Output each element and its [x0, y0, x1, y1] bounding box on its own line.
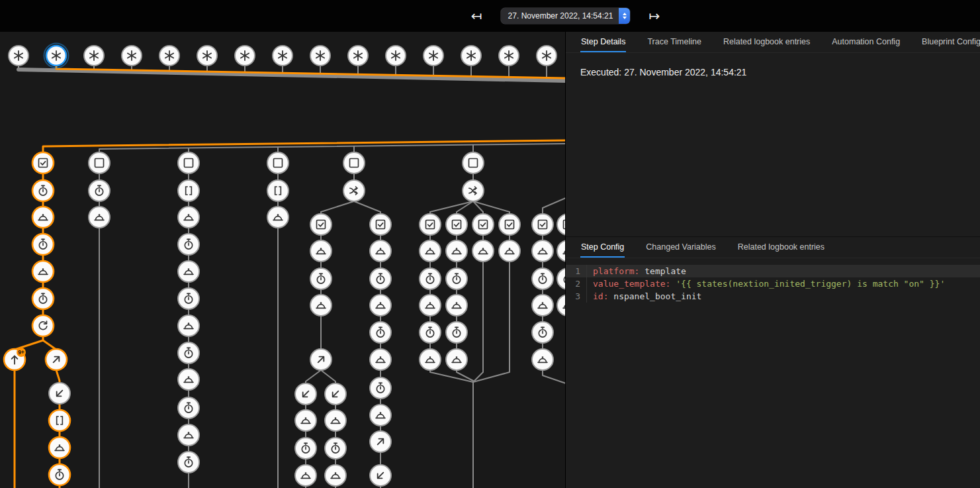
trace-node-arrow-bottom-left[interactable]: [295, 383, 316, 405]
trace-node-timer[interactable]: [370, 377, 391, 399]
trace-node-service[interactable]: [178, 424, 199, 446]
trace-node-timer[interactable]: [532, 322, 553, 343]
trace-node-timer[interactable]: [310, 268, 332, 289]
code-line-3[interactable]: 3id: nspanel_boot_init: [566, 290, 980, 303]
tab-related-logbook-entries[interactable]: Related logbook entries: [737, 237, 825, 258]
next-run-button[interactable]: ↦: [646, 8, 662, 24]
trace-node-service[interactable]: [370, 349, 391, 370]
trace-node-timer[interactable]: [32, 234, 54, 255]
trace-node-service[interactable]: [472, 240, 494, 262]
trace-node-timer[interactable]: [325, 438, 346, 459]
trace-node-asterisk[interactable]: [9, 46, 28, 66]
trace-node-asterisk[interactable]: [235, 46, 255, 66]
trace-node-asterisk[interactable]: [159, 46, 179, 66]
trace-node-timer[interactable]: [532, 268, 553, 289]
trace-node-service[interactable]: [446, 295, 467, 316]
trace-node-brackets[interactable]: [49, 410, 70, 431]
code-line-1[interactable]: 1platform: template: [566, 265, 980, 277]
trace-node-service[interactable]: [532, 295, 553, 316]
trace-node-timer[interactable]: [89, 180, 110, 201]
trace-node-refresh[interactable]: [32, 315, 54, 336]
tab-step-config[interactable]: Step Config: [580, 237, 625, 258]
trace-node-service[interactable]: [420, 349, 441, 370]
trace-node-asterisk[interactable]: [122, 46, 142, 66]
trace-node-asterisk[interactable]: [386, 46, 406, 66]
previous-run-button[interactable]: ↤: [468, 8, 485, 24]
trace-node-service[interactable]: [370, 405, 391, 426]
trace-node-service[interactable]: [370, 240, 391, 262]
tab-step-details[interactable]: Step Details: [580, 32, 626, 52]
trace-node-checkbox-marked[interactable]: [472, 214, 494, 235]
trace-node-asterisk[interactable]: [537, 46, 557, 66]
trace-node-timer[interactable]: [49, 464, 70, 485]
trace-node-asterisk[interactable]: [461, 46, 481, 66]
trace-node-service[interactable]: [178, 207, 199, 228]
trace-node-service[interactable]: [178, 261, 199, 282]
trace-node-service[interactable]: [446, 240, 467, 262]
trace-node-arrow-top-right[interactable]: [310, 349, 332, 370]
tab-trace-timeline[interactable]: Trace Timeline: [646, 32, 702, 52]
trace-node-asterisk[interactable]: [423, 46, 443, 66]
trace-node-service[interactable]: [370, 295, 391, 316]
trace-node-service[interactable]: [295, 465, 316, 486]
trace-node-checkbox-marked[interactable]: [370, 214, 391, 235]
trace-node-service[interactable]: [32, 207, 54, 228]
trace-node-service[interactable]: [178, 315, 199, 336]
trace-node-service[interactable]: [325, 410, 346, 431]
trace-node-asterisk[interactable]: [273, 46, 292, 66]
trace-node-service[interactable]: [310, 240, 332, 262]
trace-node-asterisk[interactable]: [84, 46, 104, 66]
tab-related-logbook-entries[interactable]: Related logbook entries: [723, 32, 811, 52]
trace-node-checkbox-marked[interactable]: [32, 152, 54, 173]
trace-node-asterisk[interactable]: [348, 46, 368, 66]
trace-node-checkbox-blank[interactable]: [343, 152, 365, 173]
tab-changed-variables[interactable]: Changed Variables: [645, 237, 716, 258]
trace-node-service[interactable]: [446, 349, 467, 370]
trace-node-timer[interactable]: [557, 268, 566, 289]
trace-node-service[interactable]: [49, 437, 70, 458]
trace-node-checkbox-marked[interactable]: [532, 214, 553, 235]
trace-node-timer[interactable]: [178, 234, 199, 255]
trace-node-timer[interactable]: [295, 438, 316, 459]
trace-node-service[interactable]: [295, 410, 316, 431]
trace-node-checkbox-blank[interactable]: [463, 152, 484, 173]
trace-node-service[interactable]: [499, 240, 520, 262]
trace-node-checkbox-marked[interactable]: [310, 214, 332, 235]
trace-node-service[interactable]: [557, 240, 566, 262]
trace-node-service[interactable]: [32, 261, 54, 282]
yaml-editor[interactable]: 1platform: template2value_template: '{{ …: [566, 265, 980, 303]
trace-node-service[interactable]: [420, 240, 441, 262]
trace-node-arrow-top-right[interactable]: [370, 431, 391, 452]
run-select[interactable]: 27. November 2022, 14:54:21: [501, 8, 631, 24]
trace-node-timer[interactable]: [370, 268, 391, 289]
trace-node-timer[interactable]: [32, 180, 54, 201]
trace-node-asterisk[interactable]: [310, 46, 330, 66]
trace-node-checkbox-marked[interactable]: [446, 214, 467, 235]
trace-node-timer[interactable]: [370, 322, 391, 343]
trace-node-timer[interactable]: [446, 322, 467, 343]
trace-node-checkbox-blank[interactable]: [89, 152, 110, 173]
tab-automation-config[interactable]: Automation Config: [831, 32, 901, 52]
trace-node-arrow-up[interactable]: 9+: [4, 348, 26, 370]
trace-node-service[interactable]: [267, 207, 289, 228]
code-line-2[interactable]: 2value_template: '{{ states(nextion_init…: [566, 277, 980, 290]
trace-node-timer[interactable]: [178, 342, 199, 364]
trace-node-timer[interactable]: [32, 288, 54, 309]
trace-node-timer[interactable]: [178, 397, 199, 418]
trace-node-brackets[interactable]: [178, 180, 199, 201]
trace-node-checkbox-marked[interactable]: [420, 214, 441, 235]
trace-node-checkbox-marked[interactable]: [557, 214, 566, 235]
trace-node-arrow-top-right[interactable]: [46, 349, 67, 370]
trace-node-timer[interactable]: [420, 322, 441, 343]
trace-node-checkbox-blank[interactable]: [267, 152, 289, 173]
trace-node-checkbox-blank[interactable]: [178, 152, 199, 173]
trace-node-timer[interactable]: [446, 268, 467, 289]
tab-blueprint-config[interactable]: Blueprint Config: [921, 32, 980, 52]
trace-node-brackets[interactable]: [267, 180, 289, 201]
trace-node-asterisk[interactable]: [44, 44, 69, 68]
trace-node-timer[interactable]: [420, 268, 441, 289]
trace-node-arrow-bottom-left[interactable]: [325, 383, 346, 405]
trace-node-asterisk[interactable]: [197, 46, 217, 66]
trace-node-arrow-decision[interactable]: [463, 180, 484, 201]
trace-node-service[interactable]: [557, 295, 566, 316]
